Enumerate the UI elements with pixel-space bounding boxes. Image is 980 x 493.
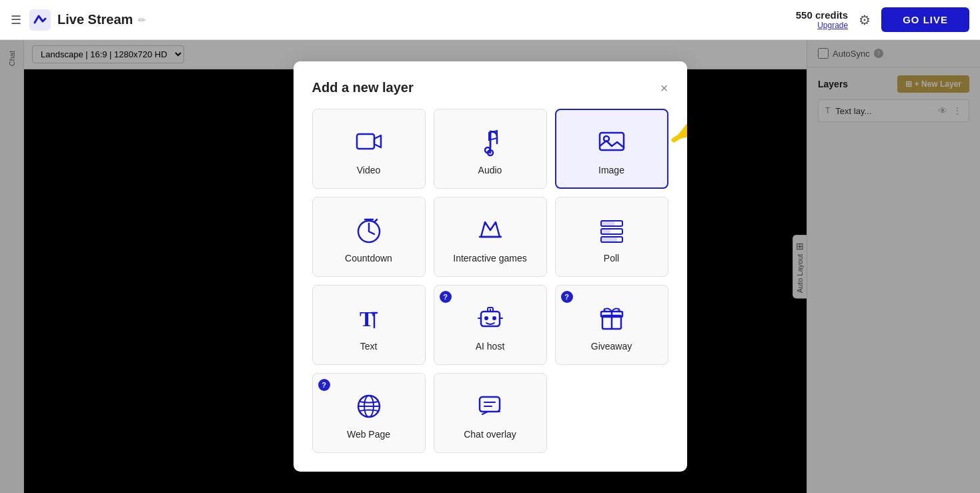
ai-host-badge: ?: [440, 291, 452, 303]
svg-point-20: [492, 316, 496, 320]
svg-rect-14: [601, 237, 617, 242]
audio-icon: [476, 127, 505, 157]
image-icon: [597, 127, 626, 157]
svg-rect-10: [601, 221, 614, 226]
web-page-badge: ?: [318, 379, 330, 391]
app-title: Live Stream: [57, 12, 133, 27]
interactive-games-icon: [476, 215, 505, 245]
video-label: Video: [357, 165, 381, 175]
image-label: Image: [598, 165, 624, 175]
arrow-annotation: [647, 103, 687, 159]
modal-header: Add a new layer ×: [312, 80, 668, 95]
poll-icon: [597, 215, 626, 245]
svg-point-3: [485, 147, 490, 153]
credits-info: 550 credits Upgrade: [796, 9, 848, 30]
app-logo: [29, 9, 51, 31]
svg-text:T: T: [360, 307, 374, 331]
layer-card-video[interactable]: Video: [312, 109, 426, 189]
layer-type-grid: Video Aud: [312, 109, 668, 453]
web-page-label: Web Page: [347, 429, 390, 440]
go-live-button[interactable]: GO LIVE: [881, 7, 969, 32]
layer-card-web-page[interactable]: ? Web Page: [312, 373, 426, 453]
svg-rect-0: [29, 9, 51, 31]
layer-card-image[interactable]: Image: [555, 109, 668, 189]
layer-card-chat-overlay[interactable]: Chat overlay: [434, 373, 547, 453]
edit-icon[interactable]: ✏: [138, 15, 146, 25]
top-bar: ☰ Live Stream ✏ 550 credits Upgrade ⚙ GO…: [0, 0, 980, 40]
layer-card-ai-host[interactable]: ? AI host: [434, 285, 547, 365]
ai-host-icon: [476, 304, 505, 333]
svg-point-19: [484, 316, 488, 320]
text-layer-label: Text: [360, 341, 378, 352]
chat-overlay-label: Chat overlay: [464, 429, 516, 440]
settings-icon[interactable]: ⚙: [859, 12, 871, 28]
layer-card-text[interactable]: T Text: [312, 285, 426, 365]
giveaway-icon: [597, 304, 626, 333]
video-icon: [354, 127, 384, 157]
menu-icon[interactable]: ☰: [11, 13, 21, 27]
interactive-games-label: Interactive games: [453, 253, 527, 264]
svg-rect-31: [480, 397, 500, 412]
svg-rect-12: [601, 229, 610, 234]
credits-amount: 550 credits: [796, 9, 848, 21]
text-icon: T: [354, 304, 384, 333]
audio-label: Audio: [478, 165, 502, 175]
giveaway-label: Giveaway: [591, 341, 632, 352]
svg-rect-5: [600, 133, 624, 150]
layer-card-interactive-games[interactable]: Interactive games: [434, 197, 547, 277]
chat-overlay-icon: [476, 392, 505, 421]
modal-title: Add a new layer: [312, 80, 414, 95]
top-bar-right: 550 credits Upgrade ⚙ GO LIVE: [796, 7, 969, 32]
modal-overlay: Add a new layer × Video: [0, 40, 980, 493]
ai-host-label: AI host: [476, 341, 505, 352]
layer-card-poll[interactable]: Poll: [555, 197, 668, 277]
layer-card-audio[interactable]: Audio: [434, 109, 547, 189]
web-page-icon: [354, 392, 384, 421]
countdown-label: Countdown: [345, 253, 392, 264]
upgrade-link[interactable]: Upgrade: [796, 21, 848, 30]
countdown-icon: [354, 215, 384, 245]
main-layout: Chat Landscape | 16:9 | 1280x720 HD Stre…: [0, 40, 980, 493]
add-layer-modal: Add a new layer × Video: [294, 61, 687, 472]
layer-card-countdown[interactable]: Countdown: [312, 197, 426, 277]
layer-card-giveaway[interactable]: ? Giveaway: [555, 285, 668, 365]
poll-label: Poll: [604, 253, 619, 264]
modal-close-button[interactable]: ×: [660, 81, 668, 95]
svg-rect-1: [357, 134, 374, 149]
giveaway-badge: ?: [561, 291, 573, 303]
